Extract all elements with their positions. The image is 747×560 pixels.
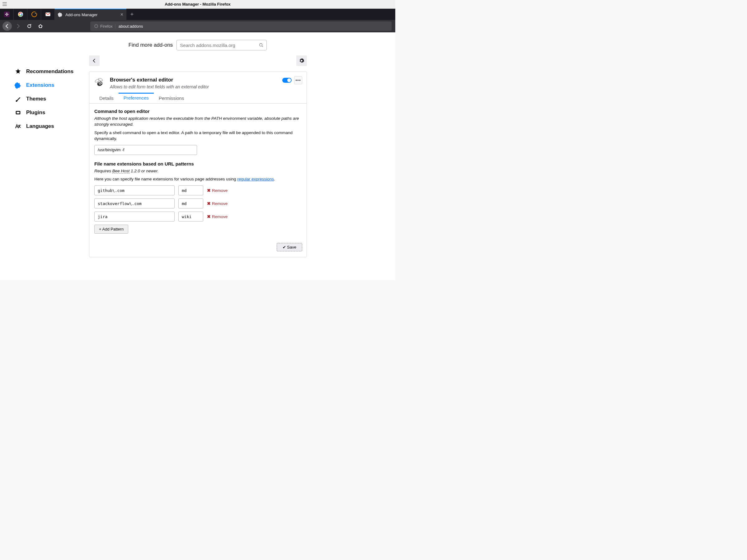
- pattern-input[interactable]: [94, 212, 175, 221]
- puzzle-icon: [14, 81, 22, 89]
- sidebar-item-label: Languages: [26, 123, 54, 129]
- remove-label: Remove: [212, 214, 228, 219]
- pinned-tab-3[interactable]: [27, 9, 41, 20]
- hamburger-icon[interactable]: [2, 2, 7, 6]
- bee-icon: [94, 77, 105, 88]
- remove-pattern-button[interactable]: ✖Remove: [207, 188, 228, 193]
- addons-page: Find more add-ons Recommendations Extens…: [0, 32, 395, 280]
- preferences-panel: Command to open editor Although the host…: [89, 104, 307, 239]
- search-addons-box[interactable]: [177, 40, 267, 50]
- sidebar-item-extensions[interactable]: Extensions: [14, 78, 89, 92]
- requires-note: Requires Bee Host 1.2.0 or newer.: [94, 168, 302, 174]
- addon-card: Browser's external editor Allows to edit…: [89, 72, 307, 257]
- search-icon: [259, 43, 263, 47]
- remove-label: Remove: [212, 201, 228, 206]
- tab-permissions[interactable]: Permissions: [154, 93, 189, 103]
- svg-point-10: [95, 25, 97, 27]
- arrow-right-icon: [16, 24, 21, 29]
- close-icon[interactable]: ×: [121, 12, 123, 18]
- svg-rect-4: [6, 15, 7, 16]
- tab-preferences[interactable]: Preferences: [119, 93, 154, 103]
- pattern-row: ✖Remove: [94, 198, 302, 209]
- tab-details[interactable]: Details: [94, 93, 119, 103]
- sidebar-item-label: Recommendations: [26, 69, 74, 75]
- arrow-left-icon: [5, 24, 10, 29]
- regex-link[interactable]: regular expressions: [237, 177, 274, 181]
- home-button[interactable]: [35, 21, 46, 31]
- svg-rect-3: [6, 13, 7, 14]
- home-icon: [38, 24, 43, 29]
- command-note-2: Specify a shell command to open a text e…: [94, 130, 302, 142]
- addon-detail-panel: Browser's external editor Allows to edit…: [89, 55, 307, 257]
- command-section-title: Command to open editor: [94, 109, 302, 114]
- categories-sidebar: Recommendations Extensions Themes Plugin…: [14, 55, 89, 257]
- star-icon: [14, 68, 22, 75]
- pinned-tab-slack[interactable]: [0, 9, 14, 20]
- add-pattern-button[interactable]: + Add Pattern: [94, 224, 128, 234]
- extension-input[interactable]: [178, 212, 203, 221]
- pinned-tab-gmail[interactable]: [41, 9, 55, 20]
- pattern-input[interactable]: [94, 198, 175, 209]
- svg-rect-13: [17, 112, 19, 113]
- nav-toolbar: Firefox about:addons: [0, 20, 395, 32]
- play-icon: [31, 11, 37, 17]
- reload-icon: [27, 24, 32, 29]
- patterns-help: Here you can specify file name extension…: [94, 177, 302, 182]
- addon-tabs: Details Preferences Permissions: [89, 93, 307, 104]
- identity-label: Firefox: [100, 24, 113, 29]
- addon-description: Allows to edit form text fields with an …: [110, 84, 209, 89]
- chevron-left-icon: [92, 58, 97, 63]
- sidebar-item-themes[interactable]: Themes: [14, 92, 89, 106]
- gmail-icon: [45, 11, 51, 17]
- save-button[interactable]: ✔ Save: [277, 243, 302, 251]
- addons-settings-button[interactable]: [296, 55, 307, 66]
- sidebar-item-languages[interactable]: Languages: [14, 119, 89, 133]
- sidebar-item-recommendations[interactable]: Recommendations: [14, 65, 89, 78]
- remove-pattern-button[interactable]: ✖Remove: [207, 214, 228, 219]
- extension-input[interactable]: [178, 198, 203, 209]
- plugin-icon: [14, 109, 22, 116]
- x-icon: ✖: [207, 214, 211, 219]
- addon-name: Browser's external editor: [110, 77, 209, 83]
- enable-toggle[interactable]: [282, 78, 292, 83]
- url-bar[interactable]: Firefox about:addons: [90, 22, 391, 31]
- reload-button[interactable]: [24, 21, 34, 31]
- tab-addons-manager[interactable]: Add-ons Manager ×: [55, 9, 126, 20]
- window-titlebar: Add-ons Manager - Mozilla Firefox: [0, 0, 395, 9]
- slack-icon: [4, 11, 10, 17]
- google-icon: [18, 11, 23, 17]
- extensions-section-title: File name extensions based on URL patter…: [94, 161, 302, 166]
- search-input[interactable]: [180, 43, 259, 48]
- sidebar-item-label: Themes: [26, 96, 46, 102]
- more-options-button[interactable]: •••: [294, 76, 302, 84]
- command-note-1: Although the host application resolves t…: [94, 116, 302, 128]
- remove-label: Remove: [212, 188, 228, 193]
- remove-pattern-button[interactable]: ✖Remove: [207, 201, 228, 206]
- new-tab-button[interactable]: +: [126, 9, 137, 20]
- sidebar-item-label: Extensions: [26, 82, 54, 88]
- svg-rect-0: [4, 11, 10, 17]
- svg-rect-2: [7, 14, 8, 15]
- pattern-input[interactable]: [94, 185, 175, 195]
- bee-host-link[interactable]: Bee Host: [112, 169, 130, 174]
- pattern-row: ✖Remove: [94, 185, 302, 195]
- puzzle-icon: [58, 12, 63, 17]
- search-addons-label: Find more add-ons: [129, 42, 173, 48]
- url-text: about:addons: [115, 24, 143, 29]
- forward-button[interactable]: [13, 21, 23, 31]
- editor-command-input[interactable]: [94, 145, 197, 155]
- pinned-tab-google[interactable]: [14, 9, 27, 20]
- back-button[interactable]: [2, 22, 12, 31]
- language-icon: [14, 123, 22, 130]
- firefox-logo-icon: [94, 24, 98, 28]
- x-icon: ✖: [207, 201, 211, 206]
- svg-rect-1: [5, 14, 6, 15]
- sidebar-item-plugins[interactable]: Plugins: [14, 106, 89, 119]
- extension-input[interactable]: [178, 185, 203, 195]
- pattern-row: ✖Remove: [94, 212, 302, 221]
- sidebar-item-label: Plugins: [26, 109, 45, 116]
- x-icon: ✖: [207, 188, 211, 193]
- back-to-list-button[interactable]: [89, 55, 100, 66]
- gear-icon: [299, 58, 304, 63]
- identity-box[interactable]: Firefox: [92, 24, 115, 29]
